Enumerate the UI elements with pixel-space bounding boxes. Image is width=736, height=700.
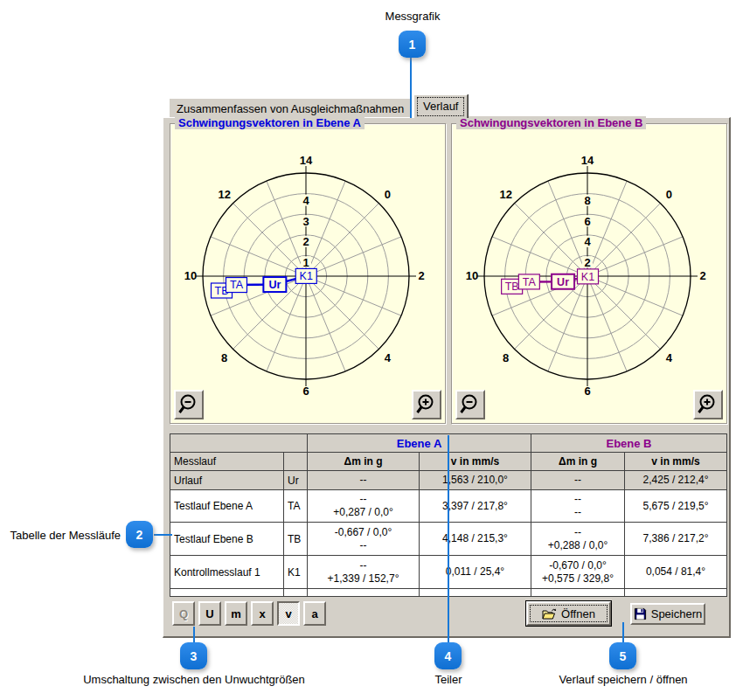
callout-line-5 (622, 622, 624, 642)
unit-button-row: Q U m x v a (172, 601, 326, 626)
svg-text:K1: K1 (300, 270, 313, 282)
callout-label-5: Verlauf speichern / öffnen (514, 673, 733, 686)
magnifier-minus-icon (177, 393, 200, 416)
svg-text:6: 6 (584, 215, 590, 228)
svg-text:2: 2 (418, 269, 424, 282)
tab-verlauf[interactable]: Verlauf (413, 94, 468, 118)
tab-bar: Zusammenfassen von Ausgleichmaßnahmen Ve… (163, 94, 731, 118)
tab-zusammenfassen[interactable]: Zusammenfassen von Ausgleichmaßnahmen (169, 98, 412, 118)
callout-line-3 (193, 627, 195, 642)
svg-text:TB: TB (505, 281, 519, 293)
column-header-dm-b: Δm in g (531, 453, 625, 471)
svg-text:0: 0 (385, 188, 391, 201)
magnifier-minus-icon (459, 393, 482, 416)
tab-focus-rect (417, 97, 464, 116)
svg-text:Ur: Ur (557, 276, 569, 288)
column-header-dm-a: Δm in g (308, 453, 420, 471)
zoom-out-button-a[interactable] (174, 390, 204, 419)
tab-page-verlauf: Schwingungsvektoren in Ebene A 024681012… (163, 117, 731, 638)
svg-text:0: 0 (666, 188, 672, 201)
zoom-out-button-b[interactable] (455, 390, 485, 419)
svg-text:6: 6 (302, 385, 309, 398)
callout-line-1 (410, 58, 412, 118)
group-header-ebene-b: Ebene B (531, 434, 727, 453)
callout-badge-5: 5 (609, 642, 636, 669)
svg-text:4: 4 (666, 351, 673, 364)
column-header-messlauf: Messlauf (170, 453, 284, 471)
zoom-in-button-b[interactable] (693, 390, 723, 419)
callout-line-4 (448, 435, 449, 642)
magnifier-plus-icon (415, 393, 438, 416)
svg-text:K1: K1 (581, 271, 594, 283)
svg-text:12: 12 (218, 188, 230, 201)
svg-text:2: 2 (584, 256, 590, 269)
callout-badge-3: 3 (180, 642, 207, 669)
unit-button-m[interactable]: m (225, 601, 247, 626)
callout-label-3: Umschaltung zwischen den Unwuchtgrößen (19, 673, 369, 686)
svg-text:8: 8 (584, 194, 590, 207)
svg-text:4: 4 (584, 235, 591, 248)
svg-text:4: 4 (385, 351, 392, 364)
groupbox-ebene-b: Schwingungsvektoren in Ebene B 024681012… (451, 123, 727, 424)
unit-button-x[interactable]: x (251, 601, 274, 626)
magnifier-plus-icon (697, 393, 719, 416)
column-header-v-b: v in mm/s (625, 453, 727, 471)
page: Messgrafik 1 Tabelle der Messläufe 2 3 U… (0, 0, 736, 700)
group-title-a: Schwingungsvektoren in Ebene A (175, 116, 365, 129)
callout-label-4: Teiler (383, 673, 514, 686)
unit-button-v[interactable]: v (277, 601, 300, 626)
svg-text:10: 10 (184, 269, 197, 282)
open-folder-icon (542, 607, 557, 620)
tab-control: Zusammenfassen von Ausgleichmaßnahmen Ve… (163, 94, 731, 638)
column-header-v-a: v in mm/s (420, 453, 531, 471)
svg-text:12: 12 (499, 188, 511, 201)
svg-text:Ur: Ur (268, 279, 281, 291)
table-corner (170, 434, 308, 453)
groupbox-ebene-a: Schwingungsvektoren in Ebene A 024681012… (170, 123, 446, 424)
svg-text:14: 14 (300, 154, 313, 167)
group-title-b: Schwingungsvektoren in Ebene B (456, 116, 646, 129)
column-header-code (284, 453, 308, 471)
svg-text:8: 8 (503, 351, 509, 364)
svg-text:10: 10 (466, 269, 478, 282)
svg-text:TA: TA (230, 279, 244, 291)
svg-text:4: 4 (302, 194, 309, 207)
svg-text:3: 3 (302, 215, 309, 228)
callout-badge-4: 4 (434, 642, 462, 669)
unit-button-a[interactable]: a (303, 601, 326, 626)
svg-text:1: 1 (302, 256, 309, 269)
floppy-disk-icon (634, 607, 647, 620)
save-button[interactable]: Speichern (630, 603, 705, 625)
polar-chart-a: 024681012141234TBTAUrK1 (172, 136, 440, 418)
unit-button-q[interactable]: Q (172, 601, 195, 626)
svg-text:2: 2 (302, 235, 309, 248)
callout-badge-1: 1 (399, 31, 426, 58)
svg-text:8: 8 (221, 351, 227, 364)
polar-chart-b: 024681012142468TBTAUrK1 (454, 136, 721, 418)
unit-button-u[interactable]: U (198, 601, 221, 626)
zoom-in-button-a[interactable] (412, 390, 441, 419)
svg-text:6: 6 (584, 385, 590, 398)
group-header-ebene-a: Ebene A (308, 434, 531, 453)
callout-label-1: Messgrafik (356, 10, 469, 23)
svg-text:2: 2 (699, 269, 705, 282)
svg-text:TA: TA (523, 276, 537, 288)
svg-text:14: 14 (581, 154, 594, 167)
callout-label-2: Tabelle der Messläufe (3, 529, 121, 542)
open-button[interactable]: Öffnen (526, 601, 611, 626)
callout-badge-2: 2 (126, 521, 153, 548)
callout-line-2 (154, 534, 172, 536)
